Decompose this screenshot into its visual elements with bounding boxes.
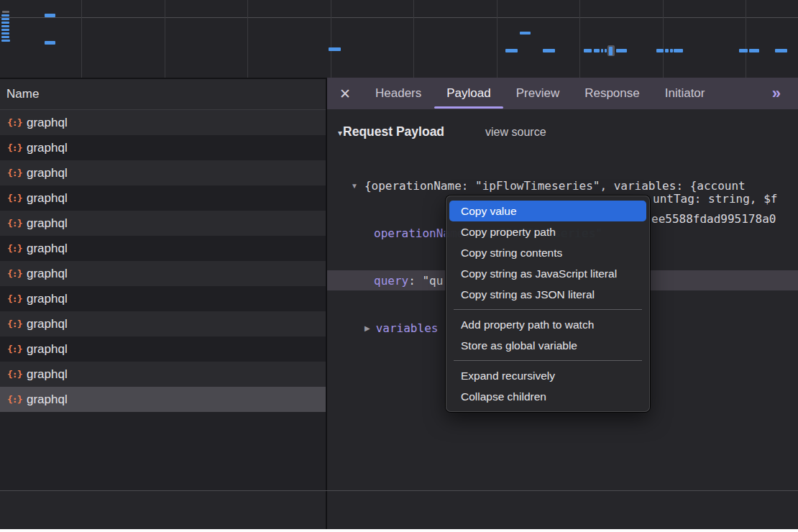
request-timing-bar[interactable]: [1, 40, 10, 42]
expanded-triangle-icon[interactable]: ▼: [351, 182, 358, 190]
overview-gridline: [165, 0, 165, 78]
devtools-network-panel: Name {:}graphql{:}graphql{:}graphql{:}gr…: [0, 0, 798, 532]
request-timing-bar[interactable]: [594, 49, 600, 52]
menu-item-copy-value[interactable]: Copy value: [449, 201, 646, 221]
overview-gridline: [413, 0, 414, 78]
request-row[interactable]: {:}graphql: [0, 160, 326, 185]
tab-initiator[interactable]: Initiator: [665, 78, 705, 109]
network-overview-timeline[interactable]: [0, 0, 798, 79]
request-row[interactable]: {:}graphql: [0, 236, 326, 261]
detail-tabs: HeadersPayloadPreviewResponseInitiator: [375, 78, 705, 109]
request-row[interactable]: {:}graphql: [0, 261, 326, 286]
request-timing-bar[interactable]: [543, 49, 555, 52]
request-timing-bar[interactable]: [775, 49, 787, 52]
variables-clipped-text: ee5588fdad995178a0: [651, 212, 776, 226]
request-timing-bar[interactable]: [2, 11, 9, 13]
menu-item-copy-string-as-javascript-literal[interactable]: Copy string as JavaScript literal: [449, 263, 646, 284]
request-name: graphql: [27, 317, 68, 331]
property-key: query: [374, 274, 408, 288]
menu-item-collapse-children[interactable]: Collapse children: [449, 386, 646, 407]
request-timing-bar[interactable]: [45, 14, 55, 17]
request-row[interactable]: {:}graphql: [0, 110, 326, 135]
json-braces-icon: {:}: [7, 394, 26, 405]
key-separator: :: [408, 274, 422, 288]
request-timing-bar[interactable]: [520, 32, 531, 35]
request-timing-bar[interactable]: [1, 36, 9, 38]
network-main-area: Name {:}graphql{:}graphql{:}graphql{:}gr…: [0, 79, 798, 490]
collapsed-triangle-icon[interactable]: ▶: [364, 324, 370, 332]
close-icon[interactable]: ✕: [339, 78, 351, 109]
tab-response[interactable]: Response: [584, 78, 640, 109]
request-list-panel: Name {:}graphql{:}graphql{:}graphql{:}gr…: [0, 79, 327, 490]
tab-preview[interactable]: Preview: [516, 78, 559, 109]
request-timing-bar[interactable]: [605, 49, 607, 52]
request-timing-bar[interactable]: [1, 22, 9, 24]
request-name: graphql: [27, 191, 68, 206]
json-braces-icon: {:}: [7, 293, 26, 304]
collapse-triangle-icon[interactable]: ▾: [338, 128, 342, 138]
request-name: graphql: [27, 292, 68, 306]
request-name: graphql: [27, 393, 68, 407]
request-list: {:}graphql{:}graphql{:}graphql{:}graphql…: [0, 110, 326, 412]
menu-item-copy-property-path[interactable]: Copy property path: [449, 221, 646, 242]
request-name: graphql: [27, 342, 68, 357]
request-timing-bar[interactable]: [674, 49, 683, 52]
request-name: graphql: [27, 267, 68, 281]
request-row[interactable]: {:}graphql: [0, 286, 326, 311]
request-timing-bar[interactable]: [601, 49, 603, 52]
request-row[interactable]: {:}graphql: [0, 311, 326, 336]
json-braces-icon: {:}: [7, 193, 26, 203]
request-timing-bar[interactable]: [1, 25, 9, 27]
section-title: Request Payload: [343, 124, 444, 139]
payload-preview-text: {operationName: "ipFlowTimeseries", vari…: [364, 179, 746, 193]
overview-gridline: [497, 0, 497, 78]
tab-payload[interactable]: Payload: [446, 78, 490, 109]
request-row[interactable]: {:}graphql: [0, 135, 326, 160]
request-timing-bar[interactable]: [656, 49, 664, 52]
request-timing-bar[interactable]: [505, 49, 518, 52]
request-timing-bar[interactable]: [1, 18, 9, 20]
more-tabs-icon[interactable]: »: [772, 78, 779, 109]
tab-headers[interactable]: Headers: [375, 78, 421, 109]
request-row[interactable]: {:}graphql: [0, 211, 326, 236]
request-row[interactable]: {:}graphql: [0, 185, 326, 211]
request-timing-bar[interactable]: [739, 49, 748, 52]
request-timing-bar[interactable]: [1, 29, 9, 31]
menu-item-add-property-path-to-watch[interactable]: Add property path to watch: [449, 314, 646, 335]
context-menu: Copy valueCopy property pathCopy string …: [446, 196, 650, 412]
overview-lane-divider: [0, 17, 798, 18]
menu-item-store-as-global-variable[interactable]: Store as global variable: [449, 335, 646, 356]
request-timing-bar[interactable]: [665, 49, 669, 52]
request-name: graphql: [27, 141, 68, 155]
menu-item-expand-recursively[interactable]: Expand recursively: [449, 365, 646, 386]
overview-gridline: [331, 0, 331, 78]
overview-gridline: [81, 0, 82, 78]
request-row[interactable]: {:}graphql: [0, 362, 326, 387]
json-braces-icon: {:}: [7, 168, 26, 178]
request-timing-bar[interactable]: [1, 14, 9, 17]
request-timing-bar[interactable]: [616, 49, 627, 52]
request-timing-bar[interactable]: [584, 49, 592, 52]
json-braces-icon: {:}: [7, 369, 26, 380]
menu-item-copy-string-as-json-literal[interactable]: Copy string as JSON literal: [449, 284, 646, 305]
request-payload-section-header[interactable]: ▾Request Payload view source: [327, 109, 798, 139]
request-timing-bar[interactable]: [1, 32, 9, 35]
request-timing-bar[interactable]: [749, 49, 759, 52]
summary-bar: [0, 491, 798, 529]
menu-item-copy-string-contents[interactable]: Copy string contents: [449, 242, 646, 263]
request-row[interactable]: {:}graphql: [0, 387, 326, 412]
query-clipped-text: untTag: string, $f: [653, 192, 777, 206]
json-braces-icon: {:}: [7, 243, 26, 254]
view-source-link[interactable]: view source: [485, 126, 546, 139]
request-timing-bar[interactable]: [45, 41, 55, 45]
request-row[interactable]: {:}graphql: [0, 336, 326, 362]
json-braces-icon: {:}: [7, 142, 26, 153]
window-bottom-edge: [0, 529, 798, 532]
request-timing-bar[interactable]: [670, 49, 673, 52]
name-column-header[interactable]: Name: [0, 79, 326, 110]
overview-gridline: [579, 0, 580, 78]
json-braces-icon: {:}: [7, 318, 26, 329]
menu-separator: [454, 360, 642, 361]
property-key: variables: [376, 321, 439, 335]
request-timing-bar[interactable]: [329, 47, 341, 51]
